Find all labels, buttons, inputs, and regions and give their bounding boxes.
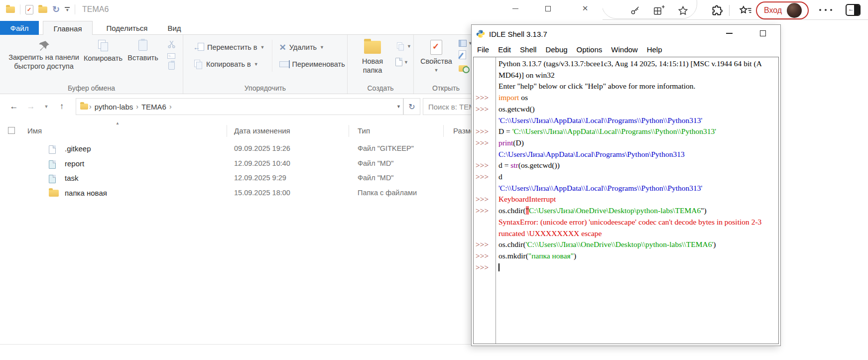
properties-button[interactable]: ✓ Свойства ▼ xyxy=(420,39,453,75)
console-text: 'C:\\Users\\Лиза\\AppData\\Local\\Progra… xyxy=(496,183,702,194)
ribbon-group-clipboard: Закрепить на панели быстрого доступа Коп… xyxy=(0,35,183,94)
breadcrumb-python-labs[interactable]: python-labs xyxy=(93,103,135,111)
explorer-maximize-button[interactable] xyxy=(536,1,559,16)
menu-window[interactable]: Window xyxy=(607,45,642,54)
easy-access-button[interactable]: ▼ xyxy=(395,41,411,52)
cut-button[interactable] xyxy=(167,40,176,50)
pin-quick-access-button[interactable]: Закрепить на панели быстрого доступа xyxy=(6,35,82,71)
console-line: >>>os.getcwd() xyxy=(474,104,778,115)
explorer-close-button[interactable]: ✕ xyxy=(574,1,597,16)
profile-avatar[interactable] xyxy=(787,3,802,18)
idle-window: IDLE Shell 3.13.7 FileEditShellDebugOpti… xyxy=(471,24,781,346)
console-text xyxy=(496,262,499,273)
menu-debug[interactable]: Debug xyxy=(541,45,572,54)
copy-button[interactable]: Копировать xyxy=(82,35,124,71)
paste-button[interactable]: Вставить xyxy=(124,35,161,71)
tab-home[interactable]: Главная xyxy=(43,21,93,35)
qat-redo-icon[interactable]: ↻ xyxy=(52,4,60,15)
column-header-type[interactable]: Тип xyxy=(358,126,370,135)
console-text-segment: import xyxy=(498,93,519,102)
address-bar[interactable]: › python-labs › TEMA6 › ▼ xyxy=(76,98,403,115)
properties-caret: ▼ xyxy=(434,66,439,75)
menu-options[interactable]: Options xyxy=(572,45,607,54)
breadcrumb-tema6[interactable]: TEMA6 xyxy=(139,103,168,111)
qat-properties-icon[interactable]: ✓ xyxy=(25,5,33,14)
breadcrumb-chevron[interactable]: › xyxy=(168,103,173,111)
paste-shortcut-button[interactable] xyxy=(168,62,175,70)
menu-help[interactable]: Help xyxy=(642,45,667,54)
history-icon xyxy=(459,65,468,72)
breadcrumb-chevron[interactable]: › xyxy=(135,103,139,111)
refresh-icon[interactable]: ↻ xyxy=(403,98,420,115)
explorer-app-icon xyxy=(6,6,15,13)
console-text-segment: MD64)] on win32 xyxy=(498,71,555,79)
console-text-segment: os.chdir( xyxy=(498,206,526,215)
signin-button[interactable]: Вход xyxy=(756,1,809,19)
tab-file[interactable]: Файл xyxy=(0,21,39,35)
menu-edit[interactable]: Edit xyxy=(494,45,515,54)
sort-ascending-icon: ▲ xyxy=(116,121,120,125)
properties-icon: ✓ xyxy=(430,40,442,55)
console-text-segment: D = xyxy=(498,127,512,135)
sidebar-toggle-icon[interactable]: ← xyxy=(846,4,861,16)
signin-label: Вход xyxy=(764,6,782,15)
open-button[interactable]: ▼ xyxy=(459,40,473,47)
collections-icon[interactable] xyxy=(652,4,665,17)
copy-to-button[interactable]: Копировать в ▼ xyxy=(193,57,265,72)
address-folder-icon xyxy=(80,104,88,110)
rename-button[interactable]: Переименовать xyxy=(279,57,345,72)
toolbar-separator xyxy=(729,5,730,16)
idle-menubar: FileEditShellDebugOptionsWindowHelp xyxy=(473,43,780,56)
history-button[interactable] xyxy=(459,65,473,74)
shell-prompt xyxy=(474,149,496,160)
console-line: >>>d xyxy=(474,171,778,183)
delete-label: Удалить xyxy=(289,43,317,51)
console-text-segment: print xyxy=(498,138,513,147)
copy-to-icon xyxy=(194,60,202,69)
history-dropdown-icon[interactable]: ▼ xyxy=(41,98,52,115)
password-key-icon[interactable] xyxy=(628,4,641,17)
console-text-segment: KeyboardInterrupt xyxy=(498,195,556,203)
new-item-button[interactable]: ▼ xyxy=(395,58,411,66)
file-type: Файл "MD" xyxy=(358,159,394,167)
move-to-button[interactable]: ← Переместить в ▼ xyxy=(193,40,265,55)
new-folder-button[interactable]: Новая папка xyxy=(355,39,390,75)
back-arrow-icon[interactable]: ← xyxy=(7,98,21,115)
idle-maximize-button[interactable] xyxy=(753,26,772,41)
forward-arrow-icon[interactable]: → xyxy=(24,98,38,115)
column-header-date[interactable]: Дата изменения xyxy=(234,126,290,135)
shell-prompt xyxy=(474,70,496,81)
copy-to-caret: ▼ xyxy=(254,62,258,67)
console-text: d = str(os.getcwd()) xyxy=(496,160,560,171)
group-label-organize: Упорядочить xyxy=(183,84,347,92)
select-all-checkbox[interactable] xyxy=(8,127,15,134)
extensions-puzzle-icon[interactable] xyxy=(711,4,724,17)
favorites-bar-icon[interactable] xyxy=(739,4,752,17)
paste-label: Вставить xyxy=(127,53,158,62)
qat-customize-icon[interactable]: ▼ xyxy=(65,7,70,12)
more-menu-icon[interactable] xyxy=(819,9,832,11)
delete-button[interactable]: ✕ Удалить ▼ xyxy=(279,40,345,55)
console-line: SyntaxError: (unicode error) 'unicodeesc… xyxy=(474,217,778,228)
idle-minimize-button[interactable] xyxy=(720,26,739,41)
console-text-segment: Python 3.13.7 (tags/v3.13.7:bcee1c3, Aug… xyxy=(498,59,762,68)
favorites-star-icon[interactable] xyxy=(676,4,689,17)
edit-button[interactable] xyxy=(459,50,473,61)
copy-path-button[interactable]: \\… xyxy=(167,53,175,59)
shell-console[interactable]: Python 3.13.7 (tags/v3.13.7:bcee1c3, Aug… xyxy=(473,57,779,344)
menu-shell[interactable]: Shell xyxy=(515,45,541,54)
copy-icon xyxy=(98,40,108,51)
tab-view[interactable]: Вид xyxy=(158,21,190,35)
shell-prompt xyxy=(474,217,496,228)
menu-file[interactable]: File xyxy=(473,45,494,54)
breadcrumb-chevron[interactable]: › xyxy=(88,103,93,111)
up-arrow-icon[interactable]: ↑ xyxy=(55,98,69,115)
console-text: KeyboardInterrupt xyxy=(496,194,556,205)
address-dropdown-icon[interactable]: ▼ xyxy=(396,104,401,109)
column-header-name[interactable]: Имя xyxy=(27,126,42,135)
qat-new-folder-icon[interactable] xyxy=(38,6,47,13)
tab-share[interactable]: Поделиться xyxy=(100,21,154,35)
file-name: report xyxy=(65,159,84,168)
shell-prompt xyxy=(474,228,496,240)
explorer-minimize-button[interactable] xyxy=(504,1,527,16)
